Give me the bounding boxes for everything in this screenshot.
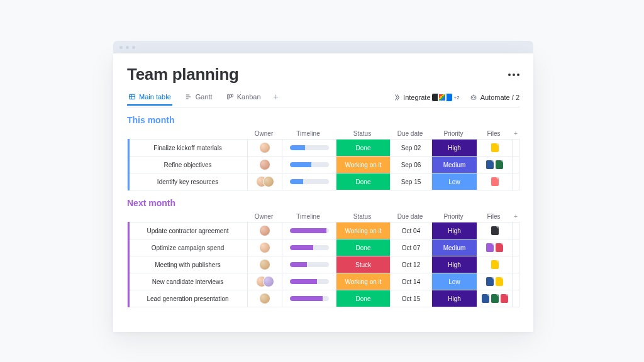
owner-cell[interactable]: [247, 256, 282, 273]
due-date-cell[interactable]: Oct 04: [390, 222, 431, 239]
owner-cell[interactable]: [247, 156, 282, 173]
status-cell[interactable]: Working on it: [336, 156, 390, 173]
column-header-name[interactable]: [127, 211, 247, 222]
table-row[interactable]: Optimize campaign spendDoneOct 07Medium: [128, 239, 519, 256]
owner-cell[interactable]: [247, 273, 282, 290]
status-cell[interactable]: Working on it: [336, 222, 390, 239]
due-date-cell[interactable]: Oct 07: [390, 239, 431, 256]
add-column-button[interactable]: +: [511, 211, 520, 222]
table-row[interactable]: Refine objectivesWorking on itSep 06Medi…: [128, 156, 519, 173]
files-cell[interactable]: [477, 156, 512, 173]
files-cell[interactable]: [477, 173, 512, 190]
files-cell[interactable]: [477, 256, 512, 273]
timeline-cell[interactable]: [282, 256, 336, 273]
timeline-cell[interactable]: [282, 222, 336, 239]
table-row[interactable]: Identify key resourcesDoneSep 15Low: [128, 173, 519, 190]
timeline-fill: [290, 162, 311, 167]
group-title[interactable]: This month: [127, 115, 519, 125]
due-date-cell[interactable]: Oct 14: [390, 273, 431, 290]
item-name-cell[interactable]: Refine objectives: [128, 156, 247, 173]
priority-cell[interactable]: Medium: [431, 156, 477, 173]
item-name-cell[interactable]: Lead generation presentation: [128, 290, 247, 307]
timeline-cell[interactable]: [282, 239, 336, 256]
column-header-files[interactable]: Files: [476, 128, 511, 139]
owner-cell[interactable]: [247, 173, 282, 190]
column-header-name[interactable]: [127, 128, 247, 139]
group-title[interactable]: Next month: [127, 198, 519, 208]
row-end-cell: [512, 290, 521, 307]
column-header-priority[interactable]: Priority: [431, 211, 476, 222]
table-row[interactable]: New candidate interviewsWorking on itOct…: [128, 273, 519, 290]
priority-cell[interactable]: High: [431, 256, 477, 273]
table-row[interactable]: Finalize kickoff materialsDoneSep 02High: [128, 139, 519, 156]
item-name-cell[interactable]: Meeting with publishers: [128, 256, 247, 273]
column-header-timeline[interactable]: Timeline: [281, 128, 335, 139]
status-cell[interactable]: Done: [336, 140, 390, 156]
table-row[interactable]: Update contractor agreementWorking on it…: [128, 222, 519, 239]
priority-cell[interactable]: High: [431, 222, 477, 239]
add-column-button[interactable]: +: [511, 128, 520, 139]
column-header-owner[interactable]: Owner: [247, 211, 281, 222]
files-cell[interactable]: [477, 290, 512, 307]
files-cell[interactable]: [477, 273, 512, 290]
status-cell[interactable]: Done: [336, 173, 390, 190]
timeline-cell[interactable]: [282, 290, 336, 307]
table-row[interactable]: Lead generation presentationDoneOct 15Hi…: [128, 290, 519, 307]
add-view-button[interactable]: +: [274, 92, 279, 107]
priority-cell[interactable]: Medium: [431, 239, 477, 256]
tab-main-table[interactable]: Main table: [127, 93, 172, 106]
timeline-fill: [290, 145, 306, 150]
column-header-timeline[interactable]: Timeline: [281, 211, 335, 222]
due-date-cell[interactable]: Sep 02: [390, 140, 431, 156]
priority-badge: High: [432, 222, 477, 239]
files-cell[interactable]: [477, 239, 512, 256]
status-badge: Done: [336, 290, 390, 307]
timeline-cell[interactable]: [282, 156, 336, 173]
more-options-button[interactable]: [508, 74, 519, 76]
timeline-cell[interactable]: [282, 173, 336, 190]
due-date-cell[interactable]: Oct 12: [390, 256, 431, 273]
timeline-cell[interactable]: [282, 140, 336, 156]
due-date-cell[interactable]: Oct 15: [390, 290, 431, 307]
status-cell[interactable]: Done: [336, 239, 390, 256]
item-name-cell[interactable]: New candidate interviews: [128, 273, 247, 290]
timeline-cell[interactable]: [282, 273, 336, 290]
column-header-due-date[interactable]: Due date: [389, 211, 431, 222]
owner-cell[interactable]: [247, 239, 282, 256]
item-name-cell[interactable]: Optimize campaign spend: [128, 239, 247, 256]
priority-cell[interactable]: Low: [431, 273, 477, 290]
file-icon: [491, 143, 499, 152]
status-cell[interactable]: Working on it: [336, 273, 390, 290]
priority-cell[interactable]: Low: [431, 173, 477, 190]
item-name-cell[interactable]: Update contractor agreement: [128, 222, 247, 239]
due-date-cell[interactable]: Sep 15: [390, 173, 431, 190]
owner-cell[interactable]: [247, 140, 282, 156]
owner-cell[interactable]: [247, 222, 282, 239]
priority-cell[interactable]: High: [431, 140, 477, 156]
column-header-status[interactable]: Status: [335, 211, 389, 222]
files-cell[interactable]: [477, 140, 512, 156]
owner-cell[interactable]: [247, 290, 282, 307]
row-end-cell: [512, 273, 521, 290]
due-date-cell[interactable]: Sep 06: [390, 156, 431, 173]
column-header-owner[interactable]: Owner: [247, 128, 281, 139]
avatar: [259, 159, 270, 170]
column-header-due-date[interactable]: Due date: [389, 128, 431, 139]
tab-gantt[interactable]: Gantt: [184, 93, 214, 106]
integrate-button[interactable]: Integrate +2: [392, 93, 460, 102]
status-cell[interactable]: Done: [336, 290, 390, 307]
column-header-files[interactable]: Files: [476, 211, 511, 222]
priority-cell[interactable]: High: [431, 290, 477, 307]
timeline-fill: [290, 179, 304, 184]
item-name-cell[interactable]: Identify key resources: [128, 173, 247, 190]
status-badge: Done: [336, 140, 390, 156]
column-header-status[interactable]: Status: [335, 128, 389, 139]
integration-badge-icon: [438, 93, 447, 102]
files-cell[interactable]: [477, 222, 512, 239]
table-row[interactable]: Meeting with publishersStuckOct 12High: [128, 256, 519, 273]
item-name-cell[interactable]: Finalize kickoff materials: [128, 140, 247, 156]
status-cell[interactable]: Stuck: [336, 256, 390, 273]
automate-button[interactable]: Automate / 2: [470, 94, 519, 101]
column-header-priority[interactable]: Priority: [431, 128, 476, 139]
tab-kanban[interactable]: Kanban: [225, 93, 262, 106]
